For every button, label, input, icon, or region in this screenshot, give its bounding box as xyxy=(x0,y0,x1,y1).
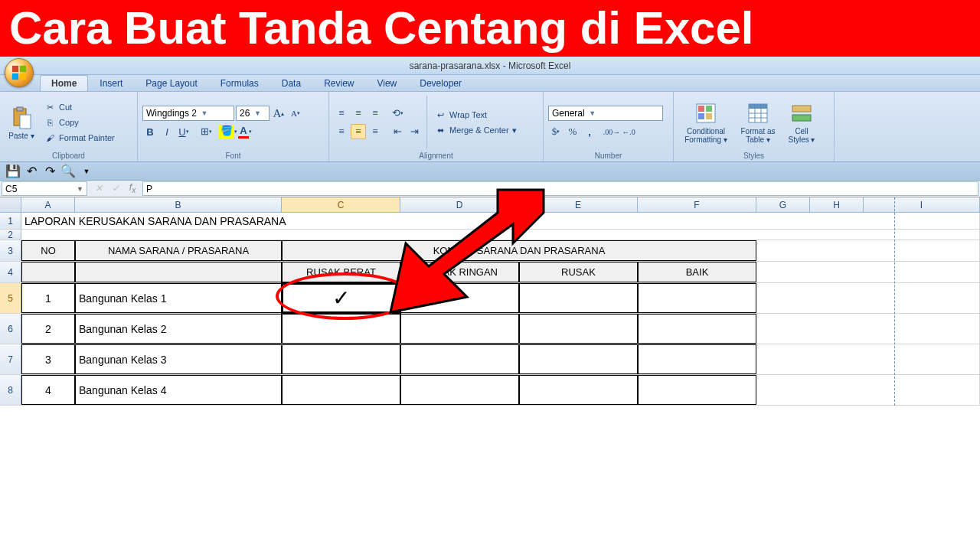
cell[interactable] xyxy=(756,262,980,282)
tab-page-layout[interactable]: Page Layout xyxy=(134,75,208,91)
cell[interactable] xyxy=(756,375,980,405)
copy-button[interactable]: ⎘Copy xyxy=(41,116,117,129)
number-format-combo[interactable]: General▼ xyxy=(548,106,663,121)
worksheet[interactable]: A B C D E F G H I 1 LAPORAN KERUSAKAN SA… xyxy=(0,197,980,406)
table-cell[interactable]: Bangunan Kelas 3 xyxy=(75,344,282,374)
increase-decimal-button[interactable]: .00→ xyxy=(604,124,619,139)
align-bottom-button[interactable]: ≡ xyxy=(368,106,383,121)
col-header-i[interactable]: I xyxy=(864,197,980,212)
table-cell[interactable] xyxy=(282,344,400,374)
cut-button[interactable]: ✂Cut xyxy=(41,100,117,114)
wrap-text-button[interactable]: ↩Wrap Text xyxy=(432,108,519,122)
col-header-h[interactable]: H xyxy=(810,197,864,212)
font-name-combo[interactable]: Wingdings 2▼ xyxy=(142,106,234,121)
table-header-rusak-berat[interactable]: RUSAK BERAT xyxy=(282,262,400,282)
office-button[interactable] xyxy=(5,58,34,87)
format-painter-button[interactable]: 🖌Format Painter xyxy=(41,131,117,145)
decrease-decimal-button[interactable]: ←.0 xyxy=(621,124,636,139)
selected-cell-c5[interactable]: ✓ xyxy=(282,283,400,313)
paste-button[interactable]: Paste ▾ xyxy=(5,94,38,151)
cell[interactable] xyxy=(756,283,980,313)
cell[interactable] xyxy=(21,230,980,240)
row-header[interactable]: 7 xyxy=(0,344,21,374)
table-cell[interactable] xyxy=(400,344,519,374)
row-header[interactable]: 6 xyxy=(0,314,21,344)
percent-button[interactable]: % xyxy=(565,124,580,139)
table-cell[interactable] xyxy=(519,375,638,405)
table-cell[interactable]: 3 xyxy=(21,344,75,374)
table-cell[interactable] xyxy=(519,314,638,344)
align-right-button[interactable]: ≡ xyxy=(368,124,383,139)
table-cell[interactable]: 1 xyxy=(21,283,75,313)
orientation-button[interactable]: ⟲▾ xyxy=(390,106,405,121)
italic-button[interactable]: I xyxy=(159,124,175,139)
col-header-c[interactable]: C xyxy=(282,197,400,212)
table-cell[interactable] xyxy=(638,283,756,313)
shrink-font-button[interactable]: A▾ xyxy=(288,106,303,121)
row-header[interactable]: 4 xyxy=(0,262,21,282)
comma-button[interactable]: , xyxy=(582,124,597,139)
col-header-d[interactable]: D xyxy=(400,197,519,212)
tab-home[interactable]: Home xyxy=(40,75,88,91)
conditional-formatting-button[interactable]: Conditional Formatting ▾ xyxy=(678,94,733,151)
table-header-no[interactable]: NO xyxy=(21,240,75,261)
table-cell[interactable]: Bangunan Kelas 4 xyxy=(75,375,282,405)
undo-button[interactable]: ↶ xyxy=(24,165,38,178)
font-color-button[interactable]: A▾ xyxy=(237,124,253,139)
fill-color-button[interactable]: 🪣▾ xyxy=(220,124,236,139)
tab-developer[interactable]: Developer xyxy=(408,75,473,91)
tab-insert[interactable]: Insert xyxy=(88,75,134,91)
table-header-nama[interactable]: NAMA SARANA / PRASARANA xyxy=(75,240,282,261)
table-cell[interactable] xyxy=(400,375,519,405)
redo-button[interactable]: ↷ xyxy=(43,165,57,178)
table-cell[interactable]: Bangunan Kelas 1 xyxy=(75,283,282,313)
align-middle-button[interactable]: ≡ xyxy=(351,106,366,121)
table-cell[interactable] xyxy=(519,344,638,374)
increase-indent-button[interactable]: ⇥ xyxy=(407,124,422,139)
col-header-b[interactable]: B xyxy=(75,197,282,212)
table-cell[interactable] xyxy=(400,314,519,344)
print-preview-button[interactable]: 🔍 xyxy=(61,165,75,178)
row-header[interactable]: 2 xyxy=(0,230,21,240)
save-button[interactable]: 💾 xyxy=(6,165,20,178)
table-header-rusak-ringan[interactable]: RUSAK RINGAN xyxy=(400,262,519,282)
name-box[interactable]: C5▼ xyxy=(2,181,87,196)
cell[interactable] xyxy=(756,314,980,344)
sheet-title[interactable]: LAPORAN KERUSAKAN SARANA DAN PRASARANA xyxy=(21,213,980,229)
tab-view[interactable]: View xyxy=(365,75,408,91)
bold-button[interactable]: B xyxy=(142,124,158,139)
align-left-button[interactable]: ≡ xyxy=(334,124,349,139)
row-header[interactable]: 8 xyxy=(0,375,21,405)
fx-button[interactable]: fx xyxy=(126,182,139,194)
table-header-rusak[interactable]: RUSAK xyxy=(519,262,638,282)
row-header[interactable]: 3 xyxy=(0,240,21,261)
merge-center-button[interactable]: ⬌Merge & Center ▾ xyxy=(432,123,519,137)
formula-input[interactable]: P xyxy=(142,181,978,196)
tab-formulas[interactable]: Formulas xyxy=(209,75,270,91)
tab-data[interactable]: Data xyxy=(270,75,312,91)
table-header-kondisi[interactable]: KONDISI SARANA DAN PRASARANA xyxy=(282,240,756,261)
table-cell[interactable] xyxy=(638,375,756,405)
table-cell[interactable] xyxy=(400,283,519,313)
table-cell[interactable] xyxy=(282,314,400,344)
decrease-indent-button[interactable]: ⇤ xyxy=(390,124,405,139)
cell[interactable] xyxy=(756,344,980,374)
cell[interactable] xyxy=(75,262,282,282)
table-cell[interactable]: Bangunan Kelas 2 xyxy=(75,314,282,344)
col-header-f[interactable]: F xyxy=(638,197,756,212)
cell[interactable] xyxy=(21,262,75,282)
font-size-combo[interactable]: 26▼ xyxy=(236,106,270,121)
col-header-g[interactable]: G xyxy=(756,197,810,212)
table-header-baik[interactable]: BAIK xyxy=(638,262,756,282)
borders-button[interactable]: ⊞▾ xyxy=(198,124,214,139)
table-cell[interactable] xyxy=(638,314,756,344)
table-cell[interactable] xyxy=(638,344,756,374)
format-as-table-button[interactable]: Format as Table ▾ xyxy=(737,94,779,151)
qat-more-button[interactable]: ▼ xyxy=(80,165,93,178)
cell-styles-button[interactable]: Cell Styles ▾ xyxy=(782,94,821,151)
cell[interactable] xyxy=(756,240,980,261)
align-center-button[interactable]: ≡ xyxy=(351,124,366,139)
table-cell[interactable]: 4 xyxy=(21,375,75,405)
table-cell[interactable]: 2 xyxy=(21,314,75,344)
table-cell[interactable] xyxy=(519,283,638,313)
